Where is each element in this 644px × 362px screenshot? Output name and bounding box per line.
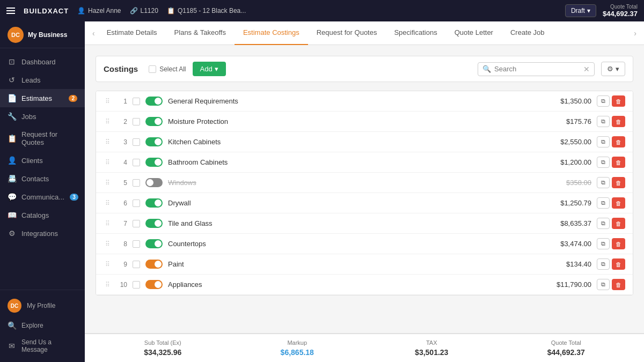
row-name[interactable]: Countertops — [168, 240, 538, 248]
row-delete-button[interactable]: 🗑 — [612, 258, 625, 270]
tab-quote-letter[interactable]: Quote Letter — [446, 21, 502, 45]
tab-rfq[interactable]: Request for Quotes — [308, 21, 386, 45]
tab-estimate-details[interactable]: Estimate Details — [98, 21, 166, 45]
drag-handle-icon[interactable]: ⠿ — [104, 220, 111, 227]
settings-button[interactable]: ⚙ ▾ — [601, 62, 625, 76]
row-toggle[interactable] — [145, 239, 163, 248]
table-row: ⠿ 2 Moisture Protection $175.76 ⧉ 🗑 — [96, 112, 633, 132]
search-input[interactable] — [494, 65, 580, 73]
row-checkbox[interactable] — [133, 179, 140, 187]
row-toggle[interactable] — [145, 97, 163, 106]
row-delete-button[interactable]: 🗑 — [612, 157, 625, 168]
row-checkbox[interactable] — [133, 98, 140, 105]
search-clear-icon[interactable]: ✕ — [583, 65, 590, 73]
topbar-quote-ref[interactable]: 📋 Q1185 - 12 Black Bea... — [167, 7, 246, 14]
row-delete-button[interactable]: 🗑 — [612, 116, 625, 127]
drag-handle-icon[interactable]: ⠿ — [104, 261, 111, 268]
row-toggle[interactable] — [145, 178, 163, 187]
row-price: $1,350.00 — [543, 97, 591, 105]
sidebar-item-jobs[interactable]: 🔧 Jobs — [0, 107, 85, 125]
row-delete-button[interactable]: 🗑 — [612, 197, 625, 209]
row-checkbox[interactable] — [133, 200, 140, 207]
row-name[interactable]: Paint — [168, 260, 538, 268]
row-toggle[interactable] — [145, 280, 163, 289]
row-toggle[interactable] — [145, 219, 163, 228]
draft-button[interactable]: Draft ▾ — [565, 4, 596, 17]
quote-total-box: Quote Total $44,692.37 — [603, 4, 638, 18]
sidebar-item-clients[interactable]: 👤 Clients — [0, 151, 85, 169]
row-toggle[interactable] — [145, 137, 163, 146]
sidebar-item-leads[interactable]: ↺ Leads — [0, 71, 85, 89]
add-button[interactable]: Add ▾ — [193, 62, 226, 76]
sidebar-item-communications[interactable]: 💬 Communica... 3 — [0, 188, 85, 206]
row-delete-button[interactable]: 🗑 — [612, 279, 625, 290]
sidebar-item-estimates[interactable]: 📄 Estimates 2 — [0, 89, 85, 107]
drag-handle-icon[interactable]: ⠿ — [104, 118, 111, 125]
row-name[interactable]: Tile and Glass — [168, 219, 538, 227]
sidebar-item-dashboard[interactable]: ⊡ Dashboard — [0, 53, 85, 71]
drag-handle-icon[interactable]: ⠿ — [104, 98, 111, 105]
sidebar-item-profile[interactable]: DC My Profile — [0, 294, 85, 317]
row-checkbox[interactable] — [133, 281, 140, 289]
drag-handle-icon[interactable]: ⠿ — [104, 138, 111, 146]
row-name[interactable]: General Requirements — [168, 97, 538, 105]
drag-handle-icon[interactable]: ⠿ — [104, 179, 111, 187]
sidebar-item-contacts[interactable]: 📇 Contacts — [0, 169, 85, 188]
hamburger-icon[interactable] — [6, 8, 15, 14]
row-copy-button[interactable]: ⧉ — [597, 95, 610, 107]
row-actions: ⧉ 🗑 — [597, 157, 625, 168]
tab-arrow-right-icon[interactable]: › — [631, 29, 640, 38]
tab-specifications[interactable]: Specifications — [385, 21, 445, 45]
row-copy-button[interactable]: ⧉ — [597, 197, 610, 209]
sidebar-item-explore[interactable]: 🔍 Explore — [0, 317, 85, 334]
row-toggle[interactable] — [145, 158, 163, 167]
row-name[interactable]: Drywall — [168, 199, 538, 207]
row-checkbox[interactable] — [133, 138, 140, 146]
row-toggle[interactable] — [145, 117, 163, 126]
row-delete-button[interactable]: 🗑 — [612, 218, 625, 229]
row-name[interactable]: Kitchen Cabinets — [168, 138, 538, 146]
row-name[interactable]: Windows — [168, 179, 538, 187]
row-toggle[interactable] — [145, 198, 163, 208]
row-checkbox[interactable] — [133, 240, 140, 248]
table-row: ⠿ 10 Appliances $11,790.00 ⧉ 🗑 — [96, 275, 633, 295]
row-copy-button[interactable]: ⧉ — [597, 238, 610, 249]
row-name[interactable]: Moisture Protection — [168, 117, 538, 125]
topbar-link-id[interactable]: 🔗 L1120 — [130, 7, 158, 14]
drag-handle-icon[interactable]: ⠿ — [104, 240, 111, 248]
row-copy-button[interactable]: ⧉ — [597, 258, 610, 270]
row-copy-button[interactable]: ⧉ — [597, 279, 610, 290]
sidebar-item-integrations[interactable]: ⚙ Integrations — [0, 224, 85, 242]
row-checkbox[interactable] — [133, 220, 140, 227]
leads-icon: ↺ — [8, 76, 16, 84]
row-checkbox[interactable] — [133, 261, 140, 268]
tab-plans-takeoffs[interactable]: Plans & Takeoffs — [166, 21, 235, 45]
row-delete-button[interactable]: 🗑 — [612, 136, 625, 147]
sidebar-item-send-message[interactable]: ✉ Send Us a Message — [0, 334, 85, 358]
row-checkbox[interactable] — [133, 159, 140, 166]
row-copy-button[interactable]: ⧉ — [597, 218, 610, 229]
row-delete-button[interactable]: 🗑 — [612, 177, 625, 188]
drag-handle-icon[interactable]: ⠿ — [104, 281, 111, 289]
drag-handle-icon[interactable]: ⠿ — [104, 200, 111, 207]
settings-chevron-icon: ▾ — [616, 65, 619, 73]
row-name[interactable]: Appliances — [168, 280, 538, 289]
row-copy-button[interactable]: ⧉ — [597, 116, 610, 127]
row-delete-button[interactable]: 🗑 — [612, 95, 625, 107]
sidebar-item-rfq[interactable]: 📋 Request for Quotes — [0, 125, 85, 151]
row-toggle[interactable] — [145, 260, 163, 269]
tab-create-job[interactable]: Create Job — [502, 21, 553, 45]
row-name[interactable]: Bathroom Cabinets — [168, 158, 538, 166]
tab-estimate-costings[interactable]: Estimate Costings — [235, 21, 308, 45]
user-name: Hazel Anne — [88, 7, 121, 14]
select-all-checkbox[interactable] — [149, 65, 156, 73]
row-checkbox[interactable] — [133, 118, 140, 125]
row-copy-button[interactable]: ⧉ — [597, 177, 610, 188]
sidebar-item-catalogs[interactable]: 📖 Catalogs — [0, 206, 85, 224]
markup-value[interactable]: $6,865.18 — [230, 348, 365, 357]
row-copy-button[interactable]: ⧉ — [597, 157, 610, 168]
drag-handle-icon[interactable]: ⠿ — [104, 159, 111, 166]
row-copy-button[interactable]: ⧉ — [597, 136, 610, 147]
tab-arrow-left-icon[interactable]: ‹ — [89, 29, 98, 38]
row-delete-button[interactable]: 🗑 — [612, 238, 625, 249]
